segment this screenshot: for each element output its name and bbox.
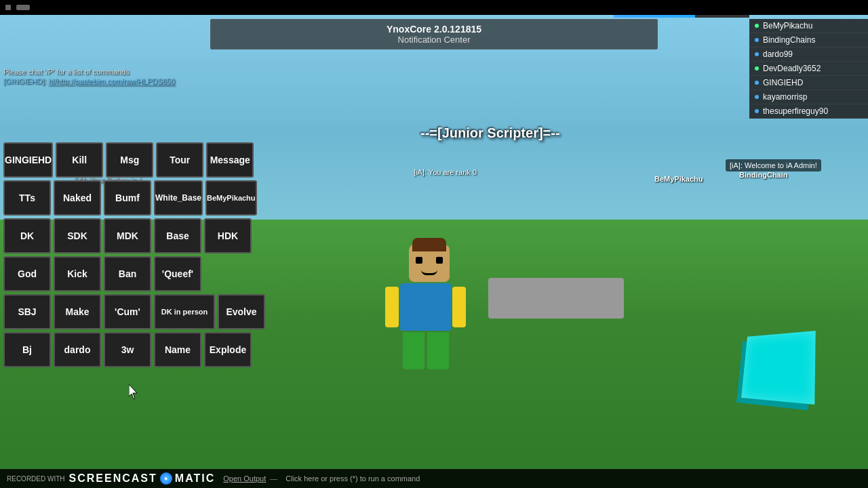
player-name: thesuperfireguy90 bbox=[763, 106, 828, 116]
player-indicator bbox=[755, 24, 759, 28]
character-legs bbox=[400, 332, 451, 369]
welcome-chat: [iA]: Welcome to iA Admin! bbox=[726, 159, 821, 171]
player-indicator bbox=[755, 81, 759, 85]
open-output-text[interactable]: Open Output bbox=[223, 474, 266, 483]
btn-make[interactable]: Make bbox=[54, 294, 101, 329]
progress-bar-fill bbox=[614, 15, 695, 18]
player-indicator bbox=[755, 52, 759, 56]
btn-bumf[interactable]: Bumf bbox=[104, 180, 151, 216]
btn-sdk[interactable]: SDK bbox=[54, 218, 101, 253]
btn-dk[interactable]: DK bbox=[3, 218, 51, 253]
list-item[interactable]: DevDeadly3652 bbox=[749, 62, 868, 76]
screencast-circle-icon: ● bbox=[160, 472, 172, 485]
player-indicator bbox=[755, 38, 759, 42]
char-eye-left bbox=[416, 257, 422, 264]
btn-message[interactable]: Message bbox=[206, 142, 254, 178]
btn-tour[interactable]: Tour bbox=[156, 142, 203, 178]
list-item[interactable]: BindingChains bbox=[749, 33, 868, 47]
btn-kick[interactable]: Kick bbox=[54, 256, 101, 291]
button-row-1: GINGIEHD Kill Msg Tour Message bbox=[3, 142, 265, 178]
button-row-5: SBJ Make 'Cum' DK in person Evolve bbox=[3, 294, 265, 329]
chat-link: hl/http://pastebim.com/raw/HLPDS650 bbox=[49, 77, 175, 85]
btn-bemypikachu[interactable]: BeMyPikachu bbox=[205, 180, 257, 216]
btn-queef[interactable]: 'Queef' bbox=[154, 256, 201, 291]
cyan-cube bbox=[741, 331, 816, 405]
player-name: GINGIEHD bbox=[763, 78, 803, 87]
player-indicator bbox=[755, 109, 759, 113]
btn-kill[interactable]: Kill bbox=[56, 142, 103, 178]
list-item[interactable]: GINGIEHD bbox=[749, 76, 868, 90]
btn-god[interactable]: God bbox=[3, 256, 51, 291]
btn-white-base[interactable]: White_Base bbox=[154, 180, 203, 216]
list-item[interactable]: thesuperfireguy90 bbox=[749, 104, 868, 119]
btn-ban[interactable]: Ban bbox=[104, 256, 151, 291]
player-character bbox=[400, 245, 451, 369]
btn-msg[interactable]: Msg bbox=[106, 142, 153, 178]
bottom-bar: RECORDED WITH SCREENCAST ● MATIC Open Ou… bbox=[0, 469, 868, 488]
player-name: dardo99 bbox=[763, 49, 793, 59]
chat-gingie-tag: [GINGIEHD]: bbox=[3, 77, 49, 85]
chat-line-2: [GINGIEHD]: hl/http://pastebim.com/raw/H… bbox=[3, 77, 175, 85]
top-bar-icon2 bbox=[16, 5, 30, 10]
btn-hdk[interactable]: HDK bbox=[204, 218, 252, 253]
player-name: DevDeadly3652 bbox=[763, 64, 821, 73]
char-arm-right bbox=[452, 287, 466, 327]
notification-title: YnoxCore 2.0.121815 bbox=[218, 24, 650, 35]
rank-message: [iA]: You are rank 0 bbox=[414, 168, 477, 176]
top-bar bbox=[0, 0, 868, 15]
chat-line-1: Please chat '/P' for a list of commands bbox=[3, 68, 175, 76]
btn-sbj[interactable]: SBJ bbox=[3, 294, 51, 329]
separator: — bbox=[270, 474, 277, 483]
screencast-brand-text: SCREENCAST bbox=[69, 472, 157, 485]
progress-bar bbox=[614, 15, 749, 18]
btn-dardo[interactable]: dardo bbox=[54, 332, 101, 367]
character-body bbox=[400, 283, 451, 331]
player-name: kayamorrisp bbox=[763, 92, 807, 102]
platform bbox=[488, 278, 624, 319]
char-arm-left bbox=[385, 287, 399, 327]
btn-gingiehd[interactable]: GINGIEHD bbox=[3, 142, 53, 178]
player-label-bindingchain: BindingChain bbox=[739, 171, 788, 179]
char-leg-right bbox=[427, 332, 449, 369]
char-eye-right bbox=[436, 257, 443, 264]
btn-3w[interactable]: 3w bbox=[104, 332, 151, 367]
btn-bj[interactable]: Bj bbox=[3, 332, 51, 367]
btn-naked[interactable]: Naked bbox=[54, 180, 101, 216]
list-item[interactable]: dardo99 bbox=[749, 47, 868, 62]
junior-scripter-badge: --=[Junior Scripter]=-- bbox=[420, 125, 560, 141]
brand-area: SCREENCAST ● MATIC bbox=[69, 472, 216, 485]
btn-cum[interactable]: 'Cum' bbox=[104, 294, 151, 329]
button-row-4: God Kick Ban 'Queef' bbox=[3, 256, 265, 291]
top-bar-icon bbox=[5, 5, 11, 10]
list-item[interactable]: kayamorrisp bbox=[749, 90, 868, 104]
btn-dk-person[interactable]: DK in person bbox=[154, 294, 215, 329]
notification-center: YnoxCore 2.0.121815 Notification Center bbox=[210, 19, 658, 49]
btn-evolve[interactable]: Evolve bbox=[218, 294, 265, 329]
btn-name[interactable]: Name bbox=[154, 332, 201, 367]
player-name: BeMyPikachu bbox=[763, 21, 812, 30]
character-hair bbox=[412, 238, 446, 251]
btn-mdk[interactable]: MDK bbox=[104, 218, 151, 253]
button-row-2: TTs Naked Bumf White_Base BeMyPikachu bbox=[3, 180, 265, 216]
button-row-6: Bj dardo 3w Name Explode bbox=[3, 332, 265, 367]
notification-subtitle: Notification Center bbox=[218, 35, 650, 45]
player-indicator bbox=[755, 66, 759, 70]
screencast-logo: RECORDED WITH bbox=[7, 475, 65, 483]
recorded-with-text: RECORDED WITH bbox=[7, 475, 65, 483]
btn-explode[interactable]: Explode bbox=[204, 332, 252, 367]
btn-base[interactable]: Base bbox=[154, 218, 201, 253]
player-indicator bbox=[755, 95, 759, 99]
click-prompt-text: Click here or press (*) to run a command bbox=[285, 474, 420, 483]
player-list: BeMyPikachu BindingChains dardo99 DevDea… bbox=[749, 19, 868, 119]
list-item[interactable]: BeMyPikachu bbox=[749, 19, 868, 33]
button-row-3: DK SDK MDK Base HDK bbox=[3, 218, 265, 253]
player-name: BindingChains bbox=[763, 35, 815, 45]
matic-brand-text: MATIC bbox=[175, 472, 215, 485]
btn-tts[interactable]: TTs bbox=[3, 180, 51, 216]
button-panel: GINGIEHD Kill Msg Tour Message TTs Naked… bbox=[3, 142, 265, 367]
chat-area: Please chat '/P' for a list of commands … bbox=[3, 68, 175, 87]
character-head bbox=[409, 245, 450, 282]
player-label-bemypikachu: BeMyPikachu bbox=[654, 175, 703, 183]
char-leg-left bbox=[403, 332, 425, 369]
char-mouth bbox=[421, 268, 437, 275]
